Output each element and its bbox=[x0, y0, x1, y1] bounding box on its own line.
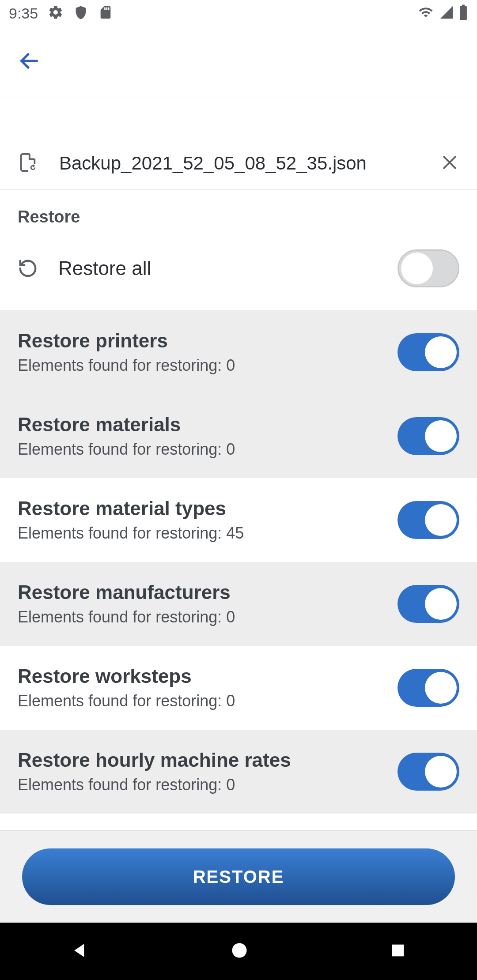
option-subtitle: Elements found for restoring: 0 bbox=[18, 776, 398, 794]
restore-option-row: Restore hourly machine ratesElements fou… bbox=[0, 730, 477, 814]
option-subtitle: Elements found for restoring: 0 bbox=[18, 440, 398, 459]
file-name: Backup_2021_52_05_08_52_35.json bbox=[59, 153, 440, 174]
option-toggle[interactable] bbox=[398, 753, 459, 791]
status-time: 9:35 bbox=[9, 5, 38, 22]
back-arrow-icon[interactable] bbox=[18, 49, 41, 74]
option-subtitle: Elements found for restoring: 0 bbox=[18, 608, 398, 626]
nav-recent-icon[interactable] bbox=[389, 942, 407, 961]
option-subtitle: Elements found for restoring: 0 bbox=[18, 356, 398, 375]
restore-option-row: Restore material typesElements found for… bbox=[0, 478, 477, 562]
restore-all-toggle[interactable] bbox=[398, 249, 459, 287]
option-title: Restore worksteps bbox=[18, 665, 398, 687]
nav-home-icon[interactable] bbox=[230, 941, 249, 962]
option-toggle[interactable] bbox=[398, 585, 459, 623]
gear-icon bbox=[48, 4, 64, 22]
option-title: Restore material types bbox=[18, 498, 398, 520]
option-title: Restore manufacturers bbox=[18, 581, 398, 603]
svg-point-3 bbox=[232, 943, 246, 958]
restore-option-row: Restore manufacturersElements found for … bbox=[0, 562, 477, 646]
restore-option-row: Restore workstepsElements found for rest… bbox=[0, 646, 477, 730]
footer-bar: RESTORE bbox=[0, 830, 477, 923]
restore-icon bbox=[18, 258, 58, 279]
close-icon[interactable] bbox=[440, 153, 459, 174]
restore-all-label: Restore all bbox=[58, 257, 398, 279]
option-title: Restore materials bbox=[18, 414, 398, 436]
restore-option-row: Restore materialsElements found for rest… bbox=[0, 394, 477, 478]
file-row: Backup_2021_52_05_08_52_35.json bbox=[0, 137, 477, 190]
app-bar bbox=[0, 26, 477, 97]
option-toggle[interactable] bbox=[398, 417, 459, 455]
option-title: Restore printers bbox=[18, 330, 398, 352]
wifi-icon bbox=[417, 5, 435, 22]
restore-option-row: Restore printersElements found for resto… bbox=[0, 310, 477, 394]
sd-card-icon bbox=[98, 5, 113, 22]
option-toggle[interactable] bbox=[398, 669, 459, 707]
battery-icon bbox=[458, 4, 468, 23]
section-header: Restore bbox=[0, 190, 477, 226]
option-title: Restore hourly machine rates bbox=[18, 749, 398, 771]
option-toggle[interactable] bbox=[398, 333, 459, 371]
file-restore-icon bbox=[18, 152, 38, 174]
system-nav-bar bbox=[0, 923, 477, 980]
nav-back-icon[interactable] bbox=[70, 941, 90, 962]
shield-icon bbox=[73, 5, 88, 22]
cellular-icon bbox=[439, 5, 454, 22]
restore-button[interactable]: RESTORE bbox=[22, 848, 455, 905]
option-toggle[interactable] bbox=[398, 501, 459, 539]
restore-all-row: Restore all bbox=[0, 226, 477, 310]
status-bar: 9:35 bbox=[0, 0, 477, 26]
option-subtitle: Elements found for restoring: 45 bbox=[18, 524, 398, 543]
option-subtitle: Elements found for restoring: 0 bbox=[18, 692, 398, 710]
svg-rect-4 bbox=[392, 945, 404, 957]
content-area: Backup_2021_52_05_08_52_35.json Restore … bbox=[0, 97, 477, 830]
